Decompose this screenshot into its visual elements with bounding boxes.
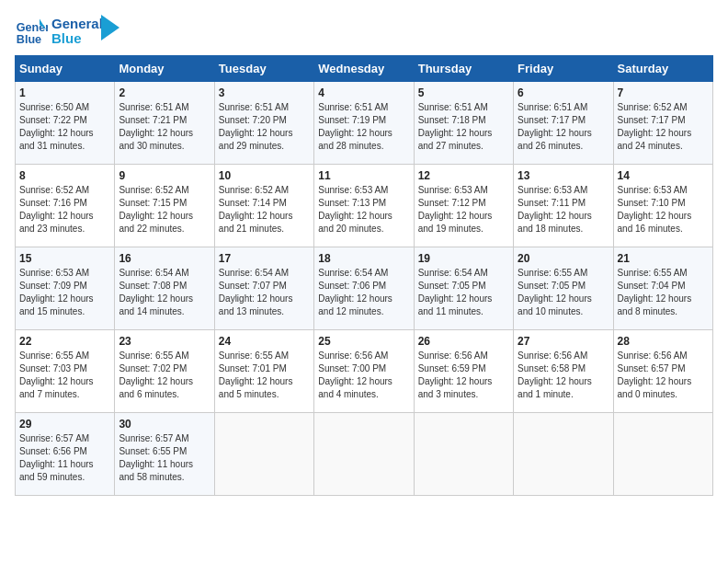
calendar-cell: 26Sunrise: 6:56 AMSunset: 6:59 PMDayligh… — [414, 330, 513, 413]
calendar-cell: 18Sunrise: 6:54 AMSunset: 7:06 PMDayligh… — [314, 247, 414, 330]
calendar-cell: 24Sunrise: 6:55 AMSunset: 7:01 PMDayligh… — [214, 330, 313, 413]
cell-info: Sunrise: 6:56 AMSunset: 6:59 PMDaylight:… — [418, 350, 509, 401]
logo: General Blue General Blue — [15, 15, 119, 48]
page-header: General Blue General Blue — [15, 15, 713, 48]
header-sunday: Sunday — [16, 56, 115, 82]
cell-info: Sunrise: 6:52 AMSunset: 7:17 PMDaylight:… — [618, 101, 709, 153]
day-number: 23 — [119, 335, 210, 348]
day-number: 12 — [418, 169, 509, 182]
calendar-week-2: 8Sunrise: 6:52 AMSunset: 7:16 PMDaylight… — [16, 165, 713, 247]
cell-info: Sunrise: 6:54 AMSunset: 7:05 PMDaylight:… — [418, 267, 509, 318]
cell-info: Sunrise: 6:53 AMSunset: 7:12 PMDaylight:… — [418, 184, 509, 236]
calendar-cell: 22Sunrise: 6:55 AMSunset: 7:03 PMDayligh… — [16, 330, 115, 413]
calendar-cell: 8Sunrise: 6:52 AMSunset: 7:16 PMDaylight… — [16, 165, 115, 247]
cell-info: Sunrise: 6:54 AMSunset: 7:08 PMDaylight:… — [119, 267, 210, 318]
calendar-cell — [414, 413, 513, 496]
cell-info: Sunrise: 6:55 AMSunset: 7:04 PMDaylight:… — [618, 267, 709, 318]
day-number: 13 — [518, 169, 609, 182]
calendar-cell: 15Sunrise: 6:53 AMSunset: 7:09 PMDayligh… — [16, 247, 115, 330]
day-number: 14 — [618, 169, 709, 182]
calendar-week-3: 15Sunrise: 6:53 AMSunset: 7:09 PMDayligh… — [16, 247, 713, 330]
cell-info: Sunrise: 6:53 AMSunset: 7:11 PMDaylight:… — [518, 184, 609, 236]
header-tuesday: Tuesday — [214, 56, 313, 82]
cell-info: Sunrise: 6:54 AMSunset: 7:07 PMDaylight:… — [219, 267, 310, 318]
day-number: 21 — [618, 252, 709, 265]
calendar-cell: 16Sunrise: 6:54 AMSunset: 7:08 PMDayligh… — [115, 247, 214, 330]
header-wednesday: Wednesday — [314, 56, 414, 82]
day-number: 9 — [119, 169, 210, 182]
calendar-cell: 12Sunrise: 6:53 AMSunset: 7:12 PMDayligh… — [414, 165, 513, 247]
calendar-cell: 10Sunrise: 6:52 AMSunset: 7:14 PMDayligh… — [214, 165, 313, 247]
calendar-cell: 7Sunrise: 6:52 AMSunset: 7:17 PMDaylight… — [613, 82, 712, 165]
cell-info: Sunrise: 6:51 AMSunset: 7:21 PMDaylight:… — [119, 101, 210, 153]
cell-info: Sunrise: 6:53 AMSunset: 7:09 PMDaylight:… — [19, 267, 110, 318]
calendar-cell: 11Sunrise: 6:53 AMSunset: 7:13 PMDayligh… — [314, 165, 414, 247]
calendar-cell: 2Sunrise: 6:51 AMSunset: 7:21 PMDaylight… — [115, 82, 214, 165]
calendar-cell — [314, 413, 414, 496]
calendar-cell — [613, 413, 712, 496]
logo-arrow-icon — [101, 15, 119, 40]
cell-info: Sunrise: 6:51 AMSunset: 7:20 PMDaylight:… — [219, 101, 310, 153]
cell-info: Sunrise: 6:55 AMSunset: 7:03 PMDaylight:… — [19, 350, 110, 401]
calendar-week-4: 22Sunrise: 6:55 AMSunset: 7:03 PMDayligh… — [16, 330, 713, 413]
day-number: 4 — [318, 86, 409, 99]
svg-text:Blue: Blue — [17, 33, 41, 46]
calendar-cell: 20Sunrise: 6:55 AMSunset: 7:05 PMDayligh… — [514, 247, 613, 330]
day-number: 7 — [618, 86, 709, 99]
day-number: 19 — [418, 252, 509, 265]
day-number: 18 — [318, 252, 409, 265]
logo-general: General — [51, 17, 103, 32]
cell-info: Sunrise: 6:54 AMSunset: 7:06 PMDaylight:… — [318, 267, 409, 318]
calendar-table: Sunday Monday Tuesday Wednesday Thursday… — [15, 55, 713, 496]
calendar-cell: 14Sunrise: 6:53 AMSunset: 7:10 PMDayligh… — [613, 165, 712, 247]
cell-info: Sunrise: 6:51 AMSunset: 7:17 PMDaylight:… — [518, 101, 609, 153]
cell-info: Sunrise: 6:51 AMSunset: 7:19 PMDaylight:… — [318, 101, 409, 153]
day-number: 2 — [119, 86, 210, 99]
day-number: 20 — [518, 252, 609, 265]
cell-info: Sunrise: 6:56 AMSunset: 6:58 PMDaylight:… — [518, 350, 609, 401]
day-number: 16 — [119, 252, 210, 265]
header-monday: Monday — [115, 56, 214, 82]
cell-info: Sunrise: 6:50 AMSunset: 7:22 PMDaylight:… — [19, 101, 110, 153]
day-number: 25 — [318, 335, 409, 348]
cell-info: Sunrise: 6:52 AMSunset: 7:16 PMDaylight:… — [19, 184, 110, 236]
calendar-cell: 9Sunrise: 6:52 AMSunset: 7:15 PMDaylight… — [115, 165, 214, 247]
day-number: 24 — [219, 335, 310, 348]
cell-info: Sunrise: 6:56 AMSunset: 7:00 PMDaylight:… — [318, 350, 409, 401]
day-number: 30 — [119, 418, 210, 431]
calendar-cell: 3Sunrise: 6:51 AMSunset: 7:20 PMDaylight… — [214, 82, 313, 165]
cell-info: Sunrise: 6:57 AMSunset: 6:56 PMDaylight:… — [19, 432, 110, 484]
cell-info: Sunrise: 6:51 AMSunset: 7:18 PMDaylight:… — [418, 101, 509, 153]
cell-info: Sunrise: 6:53 AMSunset: 7:10 PMDaylight:… — [618, 184, 709, 236]
day-number: 11 — [318, 169, 409, 182]
calendar-cell: 6Sunrise: 6:51 AMSunset: 7:17 PMDaylight… — [514, 82, 613, 165]
day-number: 29 — [19, 418, 110, 431]
calendar-cell: 13Sunrise: 6:53 AMSunset: 7:11 PMDayligh… — [514, 165, 613, 247]
calendar-week-1: 1Sunrise: 6:50 AMSunset: 7:22 PMDaylight… — [16, 82, 713, 165]
calendar-cell — [214, 413, 313, 496]
day-number: 5 — [418, 86, 509, 99]
cell-info: Sunrise: 6:53 AMSunset: 7:13 PMDaylight:… — [318, 184, 409, 236]
day-number: 1 — [19, 86, 110, 99]
cell-info: Sunrise: 6:52 AMSunset: 7:14 PMDaylight:… — [219, 184, 310, 236]
day-number: 26 — [418, 335, 509, 348]
calendar-cell: 25Sunrise: 6:56 AMSunset: 7:00 PMDayligh… — [314, 330, 414, 413]
calendar-cell: 5Sunrise: 6:51 AMSunset: 7:18 PMDaylight… — [414, 82, 513, 165]
calendar-cell — [514, 413, 613, 496]
day-number: 28 — [618, 335, 709, 348]
calendar-cell: 19Sunrise: 6:54 AMSunset: 7:05 PMDayligh… — [414, 247, 513, 330]
cell-info: Sunrise: 6:52 AMSunset: 7:15 PMDaylight:… — [119, 184, 210, 236]
calendar-cell: 21Sunrise: 6:55 AMSunset: 7:04 PMDayligh… — [613, 247, 712, 330]
calendar-cell: 23Sunrise: 6:55 AMSunset: 7:02 PMDayligh… — [115, 330, 214, 413]
svg-marker-3 — [101, 15, 119, 40]
cell-info: Sunrise: 6:55 AMSunset: 7:01 PMDaylight:… — [219, 350, 310, 401]
calendar-cell: 30Sunrise: 6:57 AMSunset: 6:55 PMDayligh… — [115, 413, 214, 496]
calendar-cell: 27Sunrise: 6:56 AMSunset: 6:58 PMDayligh… — [514, 330, 613, 413]
header-row: Sunday Monday Tuesday Wednesday Thursday… — [16, 56, 713, 82]
logo-blue: Blue — [51, 31, 103, 47]
calendar-cell: 17Sunrise: 6:54 AMSunset: 7:07 PMDayligh… — [214, 247, 313, 330]
day-number: 8 — [19, 169, 110, 182]
day-number: 3 — [219, 86, 310, 99]
cell-info: Sunrise: 6:55 AMSunset: 7:05 PMDaylight:… — [518, 267, 609, 318]
header-thursday: Thursday — [414, 56, 513, 82]
